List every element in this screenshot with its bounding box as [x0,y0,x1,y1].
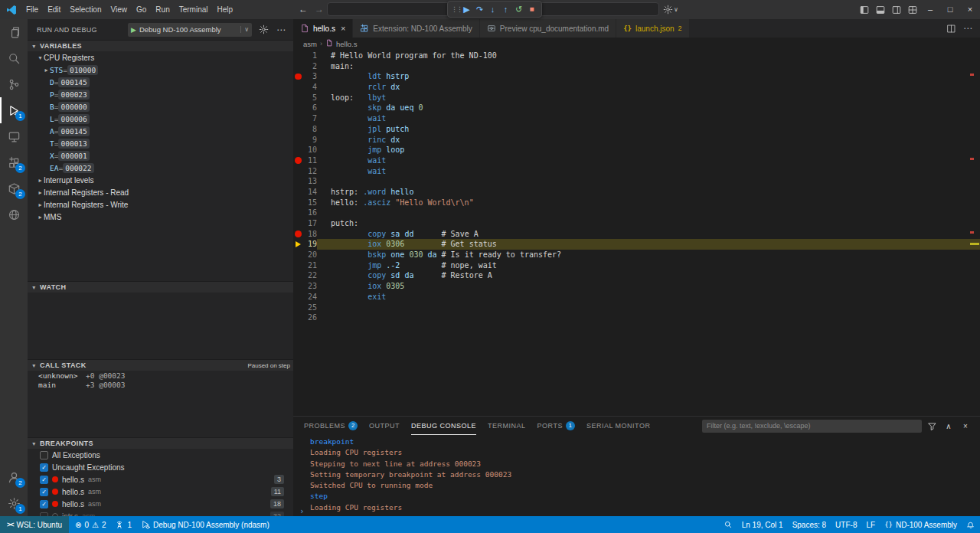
more-actions-icon[interactable]: ⋯ [963,23,972,34]
variable-b[interactable]: B = 000000 [28,100,293,113]
gutter-glyph-margin[interactable] [293,260,304,271]
code-line-14[interactable]: 14hstrp: .word hello [293,187,980,198]
gutter-glyph-margin[interactable] [293,187,304,198]
menu-help[interactable]: Help [213,0,238,19]
menu-selection[interactable]: Selection [65,0,106,19]
step-into-button[interactable]: ↓ [486,2,499,17]
more-actions-icon[interactable]: ⋯ [275,25,287,35]
menu-file[interactable]: File [21,0,43,19]
step-over-button[interactable]: ↷ [473,2,486,17]
code-line-25[interactable]: 25 [293,302,980,313]
eol-status[interactable]: LF [861,516,880,533]
gutter-glyph-margin[interactable] [293,208,304,218]
nav-back-button[interactable]: ← [296,0,311,19]
code-line-6[interactable]: 6 skp da ueq 0 [293,103,980,113]
activity-explorer[interactable] [0,19,28,45]
breakpoint-checkbox[interactable]: ✓ [40,488,48,496]
encoding-status[interactable]: UTF-8 [831,516,861,533]
indentation-status[interactable]: Spaces: 8 [788,516,831,533]
notifications-bell[interactable] [962,516,980,533]
start-debugging-icon[interactable]: ▶ [131,26,136,34]
breakpoint-item-uncaught-exceptions[interactable]: ✓Uncaught Exceptions [28,461,293,473]
menu-run[interactable]: Run [151,0,174,19]
panel-tab-problems[interactable]: PROBLEMS2 [304,417,358,435]
code-line-21[interactable]: 21 jmp .-2 # nope, wait [293,260,980,271]
activity-settings[interactable]: 1 [0,490,28,516]
code-line-5[interactable]: 5loop: lbyt [293,93,980,103]
gutter-glyph-margin[interactable] [293,82,304,93]
maximize-button[interactable]: □ [940,0,960,19]
filter-icon[interactable] [925,421,939,431]
debug-console-output[interactable]: breakpointLoading CPU registersStepping … [293,435,980,513]
breakpoint-dot-icon[interactable] [295,74,302,80]
gutter-glyph-margin[interactable] [293,239,304,250]
code-line-18[interactable]: 18 copy sa dd # Save A [293,229,980,240]
close-button[interactable]: × [960,0,980,19]
restart-button[interactable]: ↺ [512,2,525,17]
breakpoint-item-hello-s[interactable]: ✓hello.sasm18 [28,498,293,510]
panel-tab-ports[interactable]: PORTS1 [537,417,575,435]
gutter-glyph-margin[interactable] [293,71,304,82]
close-panel-icon[interactable]: × [959,422,972,430]
activity-extensions[interactable]: 2 [0,149,28,175]
stack-frame-main[interactable]: main+3 @00003 [28,380,293,389]
activity-run-and-debug[interactable]: 1 [0,97,28,123]
debug-settings-gear-icon[interactable] [257,25,270,34]
variable-ea[interactable]: EA = 000022 [28,162,293,174]
variables-group-internal-registers-read[interactable]: ▸Internal Registers - Read [28,186,293,198]
activity-remote-explorer[interactable] [0,123,28,149]
toggle-primary-sidebar-button[interactable] [856,0,872,19]
continue-button[interactable]: ▶ [460,2,473,17]
gutter-glyph-margin[interactable] [293,166,304,177]
breakpoint-item-all-exceptions[interactable]: All Exceptions [28,449,293,461]
menu-edit[interactable]: Edit [43,0,65,19]
gutter-glyph-margin[interactable] [293,270,304,281]
gutter-glyph-margin[interactable] [293,155,304,166]
remote-indicator[interactable]: >< WSL: Ubuntu [0,516,69,533]
variable-d[interactable]: D = 000145 [28,76,293,88]
tab-launch-json[interactable]: {}launch.json2 [616,19,689,38]
activity-source-control[interactable] [0,71,28,97]
gutter-glyph-margin[interactable] [293,198,304,208]
code-line-19[interactable]: 19 iox 0306 # Get status [293,239,980,250]
variable-l[interactable]: L = 000006 [28,113,293,125]
panel-tab-output[interactable]: OUTPUT [369,417,400,435]
breadcrumb-file[interactable]: hello.s [336,40,357,48]
forwarded-ports-status[interactable]: 1 [110,516,136,533]
tab-hello-s[interactable]: hello.s× [293,19,353,38]
gutter-glyph-margin[interactable] [293,302,304,313]
code-line-20[interactable]: 20 bskp one 030 da # Is it ready to tran… [293,250,980,260]
variable-p[interactable]: P = 000023 [28,88,293,100]
stop-button[interactable]: ■ [525,2,538,17]
gutter-glyph-margin[interactable] [293,93,304,103]
variables-group-mms[interactable]: ▸MMS [28,211,293,223]
code-line-13[interactable]: 13 [293,176,980,187]
gutter-glyph-margin[interactable] [293,61,304,72]
close-icon[interactable]: × [341,24,345,33]
stack-frame-unknown[interactable]: <unknown>+0 @00023 [28,371,293,380]
breakpoint-checkbox[interactable]: ✓ [40,500,48,508]
code-line-23[interactable]: 23 iox 0305 [293,281,980,292]
tab-preview-cpu-documentation-md[interactable]: Preview cpu_documentation.md [480,19,616,38]
breakpoint-item-hello-s[interactable]: ✓hello.sasm3 [28,473,293,486]
breadcrumb[interactable]: asm›hello.s [293,38,980,50]
breakpoint-item-hello-s[interactable]: ✓hello.sasm11 [28,486,293,498]
debug-session-status[interactable]: Debug ND-100 Assembly (ndasm) [136,516,274,533]
language-mode[interactable]: {} ND-100 Assembly [880,516,962,533]
panel-tab-serial-monitor[interactable]: SERIAL MONITOR [586,417,651,435]
breakpoint-item-intr-s[interactable]: intr.sasm32 [28,510,293,516]
watch-section-header[interactable]: ▾ WATCH [28,281,293,293]
variable-t[interactable]: T = 000013 [28,137,293,149]
breakpoint-checkbox[interactable]: ✓ [40,463,48,472]
launch-config-dropdown[interactable]: ▶ Debug ND-100 Assembly ∨ [128,23,252,37]
call-stack-section-header[interactable]: ▾ CALL STACK Paused on step [28,359,293,371]
editor[interactable]: 1# Hello World program for the ND-1002ma… [293,50,980,416]
split-editor-icon[interactable] [946,23,956,34]
manage-gear-button[interactable]: ∨ [663,0,678,19]
gutter-glyph-margin[interactable] [293,135,304,146]
breadcrumb-folder[interactable]: asm [303,40,317,48]
code-line-15[interactable]: 15hello: .asciz "Hello World\r\n" [293,198,980,208]
code-line-17[interactable]: 17putch: [293,218,980,229]
toggle-secondary-sidebar-button[interactable] [888,0,904,19]
code-line-12[interactable]: 12 wait [293,166,980,177]
